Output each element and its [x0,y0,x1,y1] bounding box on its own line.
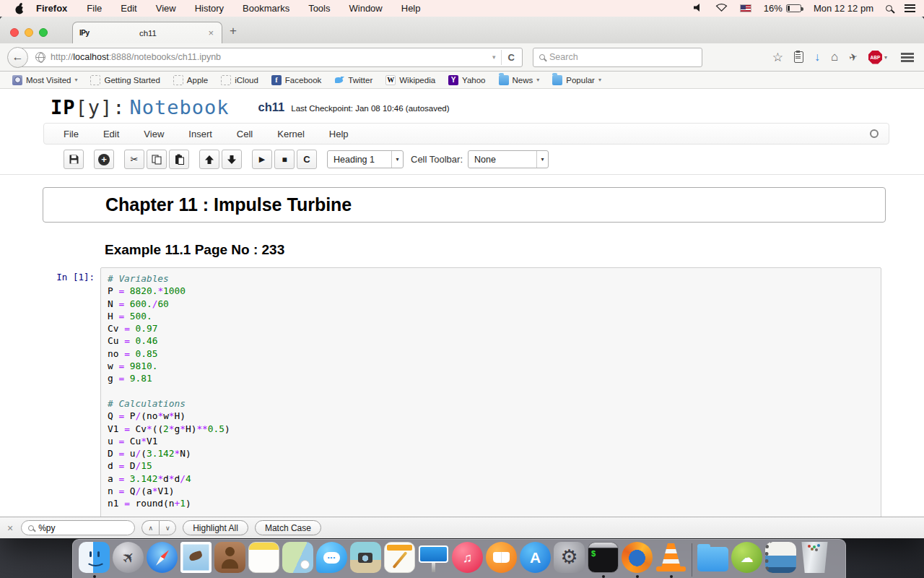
active-app-name[interactable]: Firefox [36,3,67,14]
notebook-menu-edit[interactable]: Edit [91,129,131,139]
dock-item-finder[interactable] [77,542,111,578]
cell-type-select[interactable]: Heading 1 ▾ [327,150,404,168]
reading-list-icon[interactable] [794,51,803,63]
bookmark-popular[interactable]: Popular▾ [552,75,601,85]
dock-item-system-preferences[interactable]: ⚙ [552,542,586,578]
paste-cell-button[interactable] [169,150,189,169]
macos-menu-window[interactable]: Window [349,3,383,14]
bookmark-facebook[interactable]: fFacebook [271,75,322,85]
site-identity-globe-icon[interactable] [35,52,45,62]
notebook-menu-kernel[interactable]: Kernel [265,129,317,139]
home-icon[interactable]: ⌂ [831,50,838,64]
move-cell-up-button[interactable] [199,150,219,169]
tab-ch11[interactable]: IPy ch11 × [72,22,222,43]
notification-center-icon[interactable] [905,4,915,12]
cut-cell-button[interactable]: ✂ [124,150,144,169]
macos-menu-tools[interactable]: Tools [308,3,330,14]
reload-button[interactable]: C [501,50,518,65]
macos-menu-help[interactable]: Help [401,3,421,14]
notebook-menu-insert[interactable]: Insert [176,129,225,139]
heading-cell-selected[interactable]: Chapter 11 : Impulse Turbine [43,187,886,223]
macos-menu-bookmarks[interactable]: Bookmarks [243,3,289,14]
bookmark-star-icon[interactable]: ☆ [772,50,783,65]
bookmark-wikipedia[interactable]: WWikipedia [385,75,435,85]
example-heading[interactable]: Example 11.1 Page No : 233 [105,242,924,258]
dock-item-cloud-app[interactable]: ☁ [730,542,764,578]
close-window-button[interactable] [10,28,19,37]
notebook-title[interactable]: ch11 [258,100,285,114]
dock-item-vlc[interactable] [654,542,688,578]
dock-item-firefox[interactable] [620,542,654,578]
dock-item-safari[interactable] [145,542,179,578]
cell-toolbar-select[interactable]: None ▾ [468,150,549,168]
notebook-menu-view[interactable]: View [131,129,176,139]
notebook-menu-file[interactable]: File [51,129,91,139]
dock-item-appstore[interactable]: A [518,542,552,578]
macos-menu-view[interactable]: View [156,3,176,14]
add-cell-button[interactable]: + [94,150,114,169]
find-next-button[interactable]: ∨ [159,520,176,535]
macos-menu-history[interactable]: History [195,3,224,14]
adblock-button[interactable]: ABP ▾ [868,51,887,64]
dock-item-photos[interactable] [349,542,383,578]
bookmark-icloud[interactable]: iCloud [221,75,258,85]
findbar-close-icon[interactable]: × [7,522,13,534]
share-icon[interactable]: ✈ [847,51,858,64]
dock-item-contacts[interactable] [213,542,247,578]
downloads-icon[interactable]: ↓ [814,51,820,64]
macos-menu-edit[interactable]: Edit [121,3,136,14]
run-cell-button[interactable]: ▶ [252,150,272,169]
dock-item-messages[interactable]: ••• [315,542,349,578]
search-input[interactable] [549,52,696,62]
dock-item-itunes[interactable]: ♫ [450,542,484,578]
save-button[interactable] [64,150,84,169]
dock-item-notes[interactable] [247,542,281,578]
bookmark-news[interactable]: News▾ [499,75,540,85]
bookmark-getting-started[interactable]: Getting Started [90,75,160,85]
find-input[interactable] [38,523,128,533]
dock-item-launchpad[interactable]: ✈ [111,542,145,578]
back-button[interactable]: ← [7,47,28,68]
bookmark-twitter[interactable]: Twitter [334,75,372,85]
input-source-flag-icon[interactable] [740,4,751,12]
dock-item-keynote[interactable] [417,542,450,578]
menu-hamburger-icon[interactable] [901,53,914,62]
dock-item-trash[interactable] [798,542,832,578]
match-case-button[interactable]: Match Case [255,520,321,535]
code-input-area[interactable]: # VariablesP = 8820.*1000N = 600./60H = … [100,267,881,517]
minimize-window-button[interactable] [25,28,33,37]
zoom-window-button[interactable] [39,28,48,37]
restart-kernel-button[interactable]: C [297,150,317,169]
ipython-logo[interactable]: IP[y]:Notebook [51,96,230,118]
tab-close-icon[interactable]: × [206,27,215,38]
dock-item-ibooks[interactable] [484,542,518,578]
search-bar[interactable] [533,48,702,67]
macos-menu-file[interactable]: File [87,3,102,14]
new-tab-button[interactable]: + [230,24,237,38]
dock-item-pages[interactable] [383,542,417,578]
copy-cell-button[interactable] [147,150,167,169]
highlight-all-button[interactable]: Highlight All [183,520,248,535]
url-dropdown-icon[interactable]: ▾ [492,53,496,61]
bookmark-yahoo[interactable]: YYahoo [448,75,485,85]
dock-item-folder[interactable] [696,542,730,578]
notebook-menu-help[interactable]: Help [317,129,361,139]
dock-item-mail[interactable] [179,542,213,578]
menubar-clock[interactable]: Mon 12 12 pm [814,3,873,14]
bookmark-most-visited[interactable]: Most Visited▾ [12,75,77,85]
code-cell[interactable]: In [1]: # VariablesP = 8820.*1000N = 600… [0,267,924,517]
find-previous-button[interactable]: ∧ [141,520,159,535]
dock-item-documents[interactable] [764,542,798,578]
battery-indicator[interactable]: 16% [764,3,801,14]
interrupt-kernel-button[interactable]: ■ [274,150,295,169]
url-bar[interactable]: http://localhost:8888/notebooks/ch11.ipy… [17,48,523,67]
volume-icon[interactable] [694,3,703,14]
dock-item-terminal[interactable]: $ [586,542,620,578]
find-field[interactable] [21,520,135,535]
spotlight-icon[interactable] [886,5,892,12]
move-cell-down-button[interactable] [222,150,242,169]
dock-item-maps[interactable] [281,542,315,578]
wifi-icon[interactable] [715,3,728,14]
bookmark-apple[interactable]: Apple [173,75,208,85]
apple-menu-icon[interactable] [14,3,25,14]
